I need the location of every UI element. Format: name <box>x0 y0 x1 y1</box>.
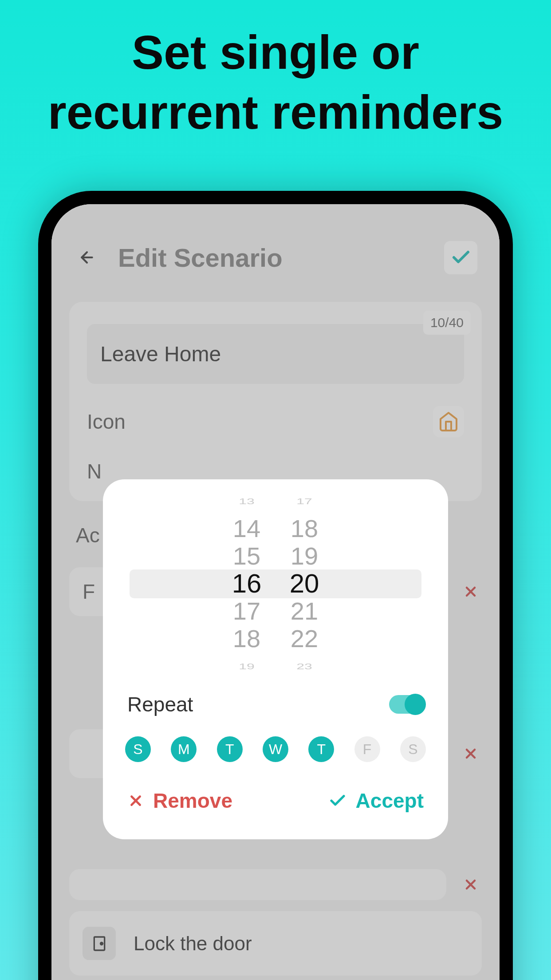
icon-preview <box>433 406 464 437</box>
time-picker[interactable]: 13 14 15 16 17 18 19 17 18 19 20 21 22 2… <box>103 502 448 666</box>
remove-action-button[interactable] <box>460 873 482 896</box>
repeat-row: Repeat <box>103 666 448 736</box>
door-icon <box>91 935 108 952</box>
remove-action-button[interactable] <box>460 743 482 765</box>
action-card-lock-door[interactable]: Lock the door <box>69 911 482 976</box>
back-button[interactable] <box>74 244 100 271</box>
icon-row[interactable]: Icon <box>87 406 464 437</box>
scenario-name-input[interactable]: Leave Home <box>87 324 464 384</box>
arrow-left-icon <box>78 249 96 266</box>
weekday-selector: S M T W T F S <box>103 736 448 762</box>
day-wednesday[interactable]: W <box>263 736 288 762</box>
action-item: Lock the door <box>69 911 482 976</box>
remove-action-button[interactable] <box>460 581 482 603</box>
close-icon <box>127 792 144 809</box>
action-text: Lock the door <box>134 933 252 955</box>
toggle-knob <box>405 694 426 715</box>
icon-label: Icon <box>87 410 126 434</box>
day-sunday[interactable]: S <box>125 736 151 762</box>
day-thursday[interactable]: T <box>308 736 334 762</box>
close-icon <box>463 877 479 893</box>
reminder-modal: 13 14 15 16 17 18 19 17 18 19 20 21 22 2… <box>103 479 448 839</box>
close-icon <box>463 584 479 600</box>
day-monday[interactable]: M <box>171 736 197 762</box>
character-counter: 10/40 <box>423 311 471 335</box>
promo-heading: Set single or recurrent reminders <box>0 0 551 142</box>
remove-button[interactable]: Remove <box>127 789 232 813</box>
close-icon <box>463 746 479 762</box>
page-title: Edit Scenario <box>118 243 426 273</box>
picker-highlight <box>130 569 421 598</box>
repeat-toggle[interactable] <box>389 695 424 714</box>
app-header: Edit Scenario <box>51 231 500 284</box>
day-tuesday[interactable]: T <box>217 736 243 762</box>
next-partial-label: N <box>87 459 102 483</box>
confirm-button[interactable] <box>444 241 477 274</box>
modal-actions: Remove Accept <box>103 762 448 817</box>
hour-wheel[interactable]: 13 14 15 16 17 18 19 <box>227 502 267 666</box>
repeat-label: Repeat <box>127 692 193 716</box>
accept-button[interactable]: Accept <box>328 789 424 813</box>
action-item <box>69 869 482 900</box>
day-friday[interactable]: F <box>354 736 380 762</box>
name-card: 10/40 Leave Home Icon N <box>69 302 482 501</box>
phone-frame: Edit Scenario 10/40 Leave Home Icon N <box>38 191 513 980</box>
day-saturday[interactable]: S <box>400 736 426 762</box>
phone-screen: Edit Scenario 10/40 Leave Home Icon N <box>51 204 500 980</box>
door-icon-box <box>83 927 116 960</box>
minute-wheel[interactable]: 17 18 19 20 21 22 23 <box>284 502 324 666</box>
check-icon <box>328 791 347 810</box>
home-icon <box>438 411 459 432</box>
svg-point-8 <box>100 942 102 944</box>
check-icon <box>450 247 472 268</box>
